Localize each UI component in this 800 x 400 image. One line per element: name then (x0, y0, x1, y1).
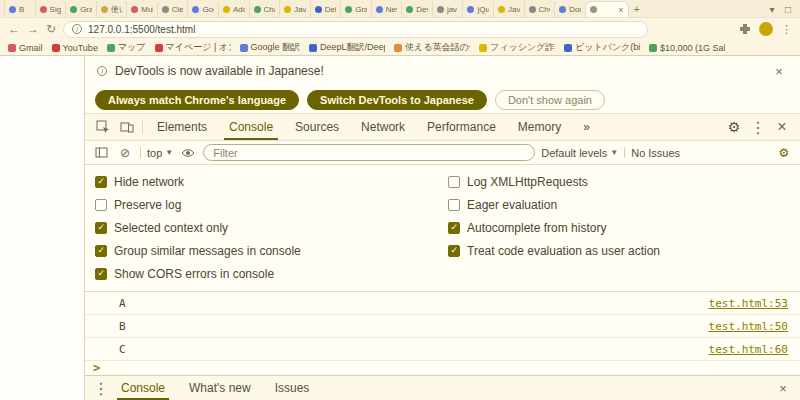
browser-tab[interactable]: Add (218, 1, 249, 17)
bookmark-item[interactable]: Gmail (8, 43, 43, 53)
page-viewport (0, 56, 85, 400)
checkbox[interactable] (448, 222, 460, 234)
setting-row[interactable]: Preserve log (95, 193, 448, 216)
eye-icon[interactable] (179, 148, 197, 158)
devtools-tab[interactable]: Performance (416, 114, 507, 140)
setting-row[interactable]: Autocomplete from history (448, 216, 800, 239)
tab-favicon (162, 6, 169, 13)
clear-console-icon[interactable]: ⊘ (116, 146, 134, 160)
browser-tab[interactable]: Jav (279, 1, 310, 17)
device-toolbar-icon[interactable] (115, 114, 139, 140)
back-icon[interactable]: ← (8, 23, 20, 35)
setting-row[interactable]: Eager evaluation (448, 193, 800, 216)
devtools-tab[interactable]: Elements (146, 114, 218, 140)
browser-tab[interactable]: 使い (96, 1, 127, 17)
checkbox[interactable] (448, 176, 460, 188)
drawer-tab[interactable]: Console (109, 376, 177, 400)
browser-tab[interactable]: Cha (249, 1, 280, 17)
browser-tab[interactable]: B (4, 1, 35, 17)
settings-column-left: Hide network Preserve log Selected conte… (85, 170, 448, 285)
console-settings-icon[interactable]: ⚙ (775, 146, 793, 160)
drawer-menu-icon[interactable]: ⋮ (93, 376, 109, 400)
devtools-tab[interactable]: Sources (284, 114, 350, 140)
setting-row[interactable]: Group similar messages in console (95, 239, 448, 262)
bookmark-favicon (649, 44, 657, 52)
bookmark-item[interactable]: YouTube (52, 43, 98, 53)
browser-tab[interactable]: Doc (554, 1, 584, 17)
dont-show-again-button[interactable]: Don't show again (495, 90, 605, 110)
devtools-tab[interactable]: Console (218, 114, 284, 140)
drawer-close-icon[interactable]: × (774, 381, 792, 396)
browser-tab[interactable]: Dev (401, 1, 432, 17)
context-selector[interactable]: top ▼ (147, 147, 173, 159)
browser-tab[interactable]: Jav (493, 1, 524, 17)
devtools-tabbar-right: ⚙ ⋮ × (722, 114, 794, 140)
browser-tab-active[interactable]: × (585, 1, 629, 17)
setting-row[interactable]: Show CORS errors in console (95, 262, 448, 285)
devtools-tab[interactable]: Memory (507, 114, 572, 140)
checkbox[interactable] (95, 245, 107, 257)
new-tab-button[interactable]: + (629, 1, 645, 17)
browser-tab[interactable]: jav (432, 1, 463, 17)
browser-tab[interactable]: jQu (462, 1, 493, 17)
devtools-tab[interactable]: Network (350, 114, 416, 140)
browser-tab[interactable]: Gra (65, 1, 96, 17)
checkbox[interactable] (95, 199, 107, 211)
checkbox[interactable] (95, 176, 107, 188)
browser-tab[interactable]: Goo (187, 1, 218, 17)
tab-search-icon[interactable]: ▾ (764, 1, 780, 17)
infobar-close-icon[interactable]: × (770, 64, 788, 79)
filter-input[interactable] (203, 144, 535, 161)
bookmark-item[interactable]: マイページ | オンライン (155, 41, 231, 54)
profile-avatar[interactable] (759, 22, 773, 36)
browser-tab[interactable]: Cle (157, 1, 188, 17)
setting-row[interactable]: Log XMLHttpRequests (448, 170, 800, 193)
site-info-icon[interactable]: i (72, 24, 82, 34)
devtools-menu-icon[interactable]: ⋮ (746, 118, 770, 137)
setting-label: Hide network (114, 175, 184, 189)
console-prompt[interactable]: > (85, 361, 800, 375)
extensions-puzzle-icon[interactable] (739, 23, 751, 35)
inspect-element-icon[interactable] (91, 114, 115, 140)
browser-tab[interactable]: ChG (524, 1, 555, 17)
bookmark-item[interactable]: DeepL翻訳/DeepL Tr... (309, 41, 385, 54)
setting-row[interactable]: Hide network (95, 170, 448, 193)
forward-icon[interactable]: → (27, 23, 39, 35)
devtools-settings-icon[interactable]: ⚙ (722, 119, 746, 135)
source-link[interactable]: test.html:53 (709, 297, 788, 310)
log-levels-selector[interactable]: Default levels ▼ (541, 147, 618, 159)
drawer-tab[interactable]: Issues (263, 376, 322, 400)
checkbox[interactable] (448, 245, 460, 257)
issues-counter[interactable]: No Issues (631, 147, 680, 159)
bookmark-item[interactable]: Google 翻訳 (240, 41, 301, 54)
setting-row[interactable]: Treat code evaluation as user action (448, 239, 800, 262)
checkbox[interactable] (95, 268, 107, 280)
browser-tab[interactable]: Gra (340, 1, 371, 17)
browser-tab[interactable]: New (371, 1, 402, 17)
omnibox[interactable]: i 127.0.0.1:5500/test.html (63, 21, 648, 38)
bookmark-item[interactable]: ビットバンク(bitbank) (564, 41, 640, 54)
bookmark-item[interactable]: $10,000 (1G Saba...) (649, 43, 725, 53)
bookmark-item[interactable]: マップ (107, 41, 146, 54)
browser-tab[interactable]: DeL (310, 1, 341, 17)
checkbox[interactable] (448, 199, 460, 211)
browser-tab[interactable]: Sign (35, 1, 66, 17)
bookmark-item[interactable]: 使える英会話の例文・フレー... (394, 41, 470, 54)
reload-icon[interactable]: ↻ (46, 23, 56, 35)
browser-tab[interactable]: Mul (126, 1, 157, 17)
match-language-button[interactable]: Always match Chrome's language (95, 90, 299, 110)
switch-japanese-button[interactable]: Switch DevTools to Japanese (307, 90, 487, 110)
console-sidebar-icon[interactable] (92, 147, 110, 158)
checkbox[interactable] (95, 222, 107, 234)
devtools-close-icon[interactable]: × (770, 118, 794, 136)
bookmark-item[interactable]: フィッシング詐欺解決ナビ・... (479, 41, 555, 54)
tab-close-icon[interactable]: × (618, 5, 623, 15)
more-tabs-icon[interactable]: » (572, 114, 601, 140)
setting-row[interactable]: Selected context only (95, 216, 448, 239)
source-link[interactable]: test.html:60 (709, 343, 788, 356)
url-text[interactable]: 127.0.0.1:5500/test.html (88, 24, 195, 35)
window-restore-icon[interactable]: □ (780, 1, 796, 17)
drawer-tab[interactable]: What's new (177, 376, 263, 400)
browser-menu-icon[interactable]: ⋮ (781, 23, 792, 36)
source-link[interactable]: test.html:50 (709, 320, 788, 333)
